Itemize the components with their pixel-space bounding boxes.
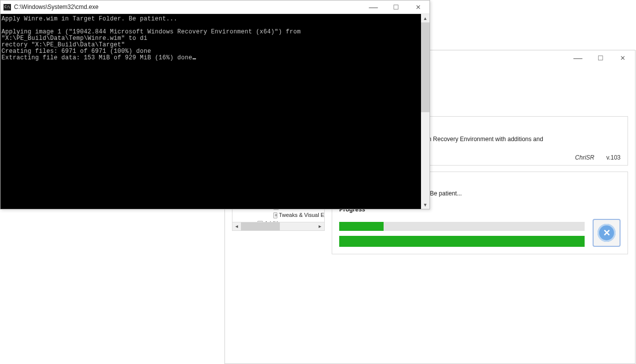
progress-bar-2 [339,236,585,247]
cmd-scrollbar[interactable]: ▲ ▼ [421,14,429,209]
cmd-output: Apply Winre.wim in Target Folder. Be pat… [0,14,421,209]
cmd-titlebar[interactable]: C:\ C:\Windows\System32\cmd.exe — ☐ ✕ [0,0,429,14]
cmd-window: C:\ C:\Windows\System32\cmd.exe — ☐ ✕ Ap… [0,0,430,209]
cmd-close-button[interactable]: ✕ [407,0,429,13]
tree-item-label: Tweaks & Visual E [279,211,324,219]
cmd-scroll-thumb[interactable] [421,22,429,112]
maximize-button[interactable]: ☐ [589,51,612,65]
tree-item[interactable]: Tweaks & Visual E [233,211,324,219]
scroll-up-icon[interactable]: ▲ [421,14,429,22]
scroll-down-icon[interactable]: ▼ [421,200,429,209]
cancel-icon: ✕ [598,224,616,242]
scroll-right-icon[interactable]: ► [316,222,324,231]
tree-hscroll[interactable]: ◄ ► [232,222,324,230]
minimize-button[interactable]: — [567,51,589,65]
cmd-minimize-button[interactable]: — [362,0,385,13]
core-author: ChriSR [575,154,595,161]
scroll-left-icon[interactable]: ◄ [232,222,241,231]
progress-bar-1 [339,222,585,231]
cmd-maximize-button[interactable]: ☐ [385,0,407,13]
page-icon [273,212,277,218]
cmd-title: C:\Windows\System32\cmd.exe [14,3,98,10]
core-version: v.103 [607,154,621,161]
scroll-thumb[interactable] [241,222,280,231]
cmd-icon: C:\ [3,4,11,10]
close-button[interactable]: ✕ [612,51,634,65]
cancel-button[interactable]: ✕ [593,219,621,247]
